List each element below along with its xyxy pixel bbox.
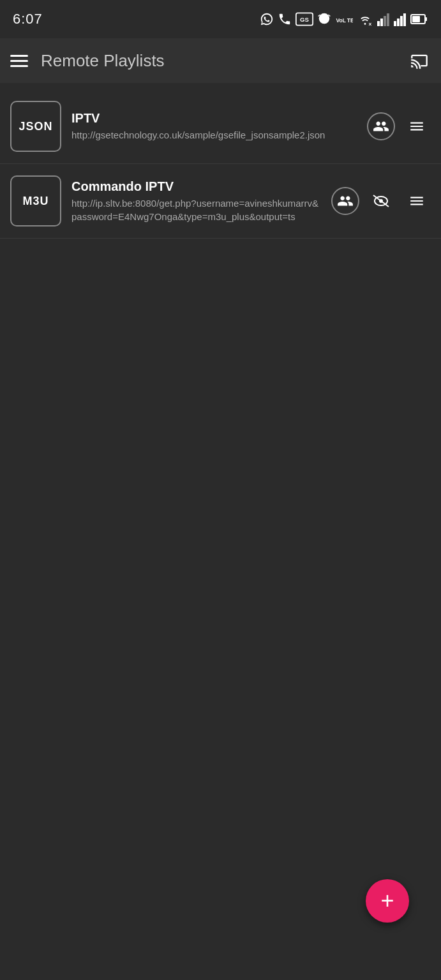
playlist-thumbnail-json: JSON — [10, 101, 61, 152]
add-playlist-button[interactable]: + — [366, 879, 409, 923]
page-title: Remote Playlists — [41, 51, 165, 71]
cast-icon — [408, 52, 431, 70]
eye-hidden-button-2[interactable] — [367, 187, 395, 215]
playlist-item-2: M3U Commando IPTV http://ip.sltv.be:8080… — [0, 164, 441, 239]
svg-rect-8 — [387, 13, 389, 26]
svg-text:TE: TE — [347, 17, 353, 24]
whatsapp-icon — [260, 12, 274, 26]
svg-rect-5 — [377, 21, 380, 26]
svg-text:GS: GS — [300, 16, 309, 23]
playlist-thumbnail-m3u: M3U — [10, 175, 61, 226]
svg-rect-14 — [412, 16, 420, 22]
status-bar: 6:07 GS VoL TE × — [0, 0, 441, 38]
toolbar: Remote Playlists — [0, 38, 441, 83]
playlist-name-2: Commando IPTV — [71, 179, 321, 194]
signal1-icon — [377, 12, 390, 26]
alarm-icon — [317, 12, 331, 26]
status-time: 6:07 — [13, 11, 43, 27]
playlist-container: JSON IPTV http://gsetechnology.co.uk/sam… — [0, 83, 441, 245]
battery-icon — [410, 12, 428, 26]
playlist-item: JSON IPTV http://gsetechnology.co.uk/sam… — [0, 89, 441, 164]
svg-rect-6 — [380, 19, 383, 26]
users-icon-1 — [373, 118, 389, 135]
menu-icon-2 — [408, 193, 425, 209]
status-icons: GS VoL TE × — [260, 12, 428, 26]
playlist-url-1: http://gsetechnology.co.uk/sample/gsefil… — [71, 128, 357, 142]
svg-rect-10 — [397, 19, 400, 26]
svg-text:VoL: VoL — [336, 17, 347, 24]
signal2-icon — [394, 12, 407, 26]
hamburger-menu-button[interactable] — [10, 55, 28, 67]
menu-button-2[interactable] — [403, 187, 431, 215]
svg-rect-15 — [425, 17, 427, 21]
eye-hidden-icon — [371, 193, 391, 209]
svg-rect-11 — [400, 16, 403, 26]
thumbnail-label: JSON — [19, 120, 52, 133]
menu-icon-1 — [408, 118, 425, 135]
playlist-url-2: http://ip.sltv.be:8080/get.php?username=… — [71, 197, 321, 223]
wifi-icon: × — [357, 12, 373, 26]
user-select-button-1[interactable] — [367, 112, 395, 140]
playlist-info-2: Commando IPTV http://ip.sltv.be:8080/get… — [71, 179, 321, 223]
svg-rect-9 — [394, 21, 396, 26]
svg-text:×: × — [369, 22, 372, 26]
playlist-name-1: IPTV — [71, 111, 357, 126]
phone-icon — [278, 12, 292, 26]
menu-button-1[interactable] — [403, 112, 431, 140]
users-icon-2 — [337, 193, 354, 209]
toolbar-left: Remote Playlists — [10, 51, 165, 71]
svg-rect-7 — [384, 16, 386, 26]
add-icon: + — [380, 889, 394, 912]
thumbnail-label-2: M3U — [22, 195, 49, 208]
cast-button[interactable] — [408, 52, 431, 70]
volte-icon: VoL TE — [335, 12, 353, 26]
user-select-button-2[interactable] — [331, 187, 359, 215]
playlist-actions-1 — [367, 112, 431, 140]
playlist-actions-2 — [331, 187, 431, 215]
svg-rect-12 — [403, 13, 406, 26]
playlist-info-1: IPTV http://gsetechnology.co.uk/sample/g… — [71, 111, 357, 142]
subtitles-icon: GS — [295, 12, 313, 26]
